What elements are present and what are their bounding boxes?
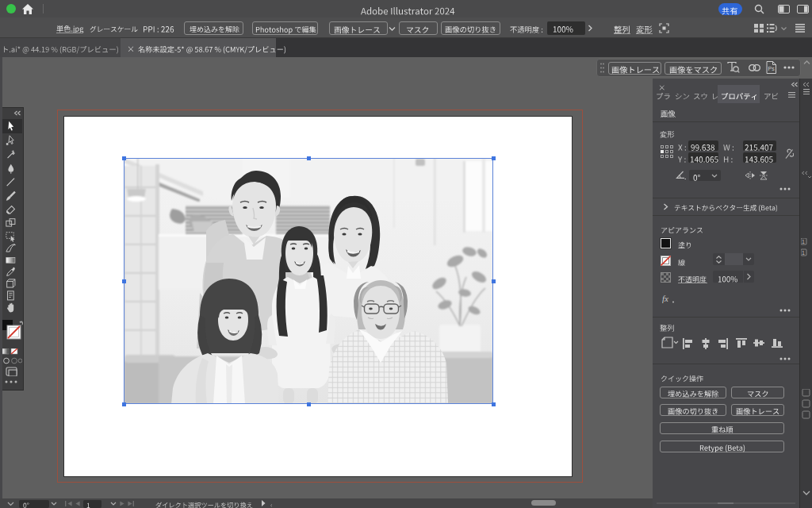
svg-text:Ps: Ps <box>768 66 776 71</box>
svg-text:fx: fx <box>662 294 668 303</box>
svg-text:1: 1 <box>802 239 805 244</box>
svg-text:1: 1 <box>802 250 805 256</box>
